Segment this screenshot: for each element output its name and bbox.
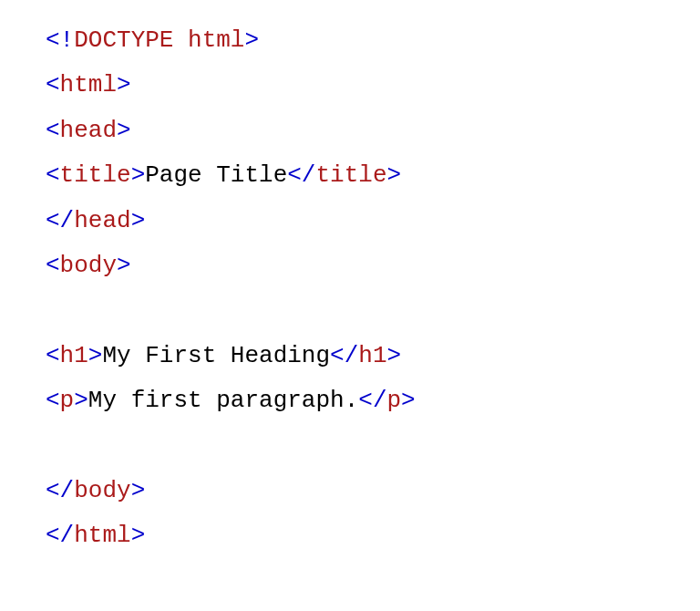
code-token: > (131, 161, 146, 189)
code-token: > (88, 342, 103, 369)
code-token: </ (358, 387, 386, 414)
code-line: <body> (46, 243, 700, 288)
code-token: </ (330, 342, 358, 369)
code-line: <p>My first paragraph.</p> (46, 378, 700, 423)
code-token: title (315, 161, 386, 189)
code-token: body (60, 252, 117, 279)
code-line: <title>Page Title</title> (46, 153, 700, 198)
code-token: head (60, 117, 117, 144)
code-token: </ (46, 207, 74, 234)
code-token: > (117, 71, 131, 98)
code-token: > (387, 161, 402, 189)
code-token: html (188, 26, 244, 54)
code-token: <! (46, 26, 74, 54)
code-token (46, 432, 60, 460)
code-token (173, 26, 188, 54)
code-snippet: <!DOCTYPE html><html><head><title>Page T… (46, 18, 700, 559)
code-token: > (117, 252, 131, 279)
code-token: DOCTYPE (74, 26, 173, 54)
code-token: p (60, 387, 75, 414)
code-token: < (46, 71, 60, 98)
code-token: > (117, 117, 131, 144)
code-token: body (74, 477, 130, 504)
code-token: h1 (60, 342, 88, 369)
code-token: Page Title (145, 161, 287, 189)
code-token: title (60, 161, 131, 189)
code-token: > (74, 387, 88, 414)
code-line: </head> (46, 199, 700, 243)
code-line: <!DOCTYPE html> (46, 18, 700, 63)
code-token: </ (287, 161, 315, 189)
code-token (46, 296, 60, 324)
code-token: html (60, 71, 117, 98)
code-token: < (46, 117, 60, 144)
code-token: > (244, 26, 259, 54)
code-token: < (46, 342, 60, 369)
code-line: <h1>My First Heading</h1> (46, 334, 700, 378)
code-token: < (46, 161, 60, 189)
code-token: My First Heading (102, 342, 330, 369)
code-line: </html> (46, 513, 700, 558)
code-token: My first paragraph. (88, 387, 358, 414)
code-token: > (387, 342, 402, 369)
code-token: > (401, 387, 416, 414)
code-token: p (387, 387, 402, 414)
code-token: > (131, 477, 146, 504)
code-token: html (74, 522, 130, 549)
code-line: <head> (46, 109, 700, 153)
code-token: > (131, 522, 146, 549)
code-token: head (74, 207, 130, 234)
code-token: > (131, 207, 146, 234)
code-token: </ (46, 477, 74, 504)
code-line (46, 424, 700, 469)
code-line: </body> (46, 469, 700, 513)
code-token: h1 (358, 342, 386, 369)
code-line (46, 288, 700, 333)
code-token: </ (46, 522, 74, 549)
code-line: <html> (46, 63, 700, 108)
code-token: < (46, 387, 60, 414)
code-token: < (46, 252, 60, 279)
